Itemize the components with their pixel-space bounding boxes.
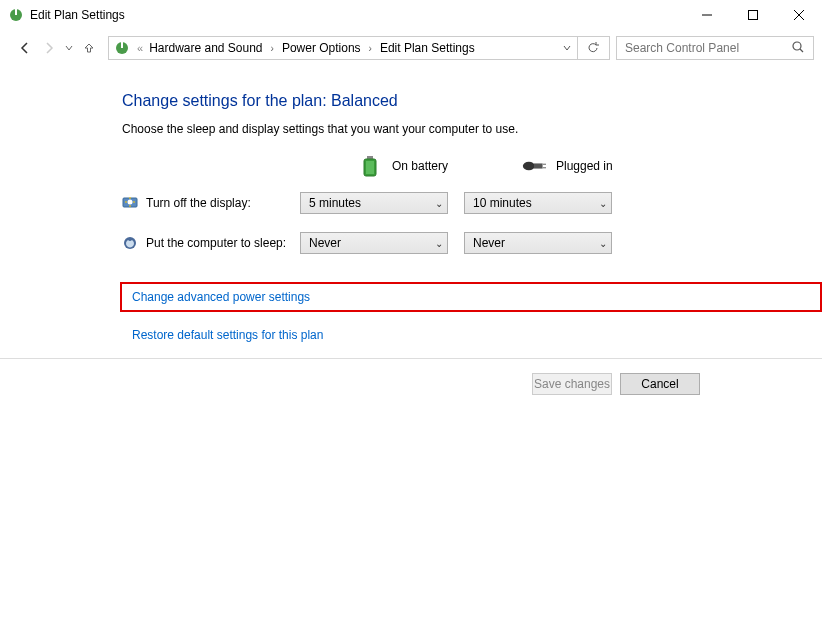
breadcrumb-item[interactable]: Power Options xyxy=(280,41,363,55)
plugged-column-header: Plugged in xyxy=(522,154,686,178)
battery-icon xyxy=(358,154,382,178)
sleep-label: Put the computer to sleep: xyxy=(146,236,286,250)
address-bar[interactable]: « Hardware and Sound › Power Options › E… xyxy=(108,36,610,60)
chevron-down-icon: ⌄ xyxy=(435,198,443,209)
refresh-button[interactable] xyxy=(577,36,607,60)
save-changes-button[interactable]: Save changes xyxy=(532,373,612,395)
change-advanced-link[interactable]: Change advanced power settings xyxy=(132,290,310,304)
svg-rect-7 xyxy=(121,42,123,48)
sleep-plugged-dropdown[interactable]: Never ⌄ xyxy=(464,232,612,254)
breadcrumb-item[interactable]: Edit Plan Settings xyxy=(378,41,477,55)
svg-point-13 xyxy=(523,162,535,171)
chevron-down-icon: ⌄ xyxy=(435,238,443,249)
setting-row-sleep: Put the computer to sleep: Never ⌄ Never… xyxy=(122,232,822,254)
setting-row-display: Turn off the display: 5 minutes ⌄ 10 min… xyxy=(122,192,822,214)
address-dropdown-icon[interactable] xyxy=(563,43,571,54)
up-button[interactable] xyxy=(78,37,100,59)
dropdown-value: 10 minutes xyxy=(473,196,599,210)
chevron-right-icon[interactable]: › xyxy=(271,43,274,54)
battery-column-header: On battery xyxy=(358,154,522,178)
plug-icon xyxy=(522,154,546,178)
display-icon xyxy=(122,195,138,211)
column-headers: On battery Plugged in xyxy=(358,154,822,178)
svg-rect-1 xyxy=(15,9,17,15)
battery-label: On battery xyxy=(392,159,448,173)
titlebar: Edit Plan Settings xyxy=(0,0,822,30)
svg-rect-3 xyxy=(749,11,758,20)
window-title: Edit Plan Settings xyxy=(30,8,684,22)
svg-rect-12 xyxy=(366,161,374,174)
svg-rect-14 xyxy=(534,163,543,168)
search-input[interactable] xyxy=(625,41,791,55)
restore-defaults-link[interactable]: Restore default settings for this plan xyxy=(132,328,323,342)
dropdown-value: 5 minutes xyxy=(309,196,435,210)
recent-locations-dropdown[interactable] xyxy=(62,37,76,59)
forward-button[interactable] xyxy=(38,37,60,59)
footer-actions: Save changes Cancel xyxy=(0,358,822,395)
minimize-button[interactable] xyxy=(684,0,730,30)
search-box[interactable] xyxy=(616,36,814,60)
dropdown-value: Never xyxy=(309,236,435,250)
display-plugged-dropdown[interactable]: 10 minutes ⌄ xyxy=(464,192,612,214)
svg-point-8 xyxy=(793,42,801,50)
power-options-icon xyxy=(113,39,131,57)
display-battery-dropdown[interactable]: 5 minutes ⌄ xyxy=(300,192,448,214)
chevron-down-icon: ⌄ xyxy=(599,198,607,209)
page-heading: Change settings for the plan: Balanced xyxy=(122,92,822,110)
dropdown-value: Never xyxy=(473,236,599,250)
cancel-button[interactable]: Cancel xyxy=(620,373,700,395)
close-button[interactable] xyxy=(776,0,822,30)
main-content: Change settings for the plan: Balanced C… xyxy=(0,66,822,342)
plugged-label: Plugged in xyxy=(556,159,613,173)
page-subtext: Choose the sleep and display settings th… xyxy=(122,122,822,136)
highlight-box: Change advanced power settings xyxy=(120,282,822,312)
power-options-icon xyxy=(8,7,24,23)
svg-line-9 xyxy=(800,49,803,52)
chevron-down-icon: ⌄ xyxy=(599,238,607,249)
svg-point-18 xyxy=(128,200,133,205)
navigation-bar: « Hardware and Sound › Power Options › E… xyxy=(0,30,822,66)
display-label: Turn off the display: xyxy=(146,196,251,210)
sleep-icon xyxy=(122,235,138,251)
back-button[interactable] xyxy=(14,37,36,59)
sleep-battery-dropdown[interactable]: Never ⌄ xyxy=(300,232,448,254)
window-controls xyxy=(684,0,822,30)
chevron-right-icon[interactable]: › xyxy=(369,43,372,54)
breadcrumb-prefix: « xyxy=(137,42,143,54)
search-icon[interactable] xyxy=(791,40,805,57)
maximize-button[interactable] xyxy=(730,0,776,30)
breadcrumb-item[interactable]: Hardware and Sound xyxy=(147,41,264,55)
